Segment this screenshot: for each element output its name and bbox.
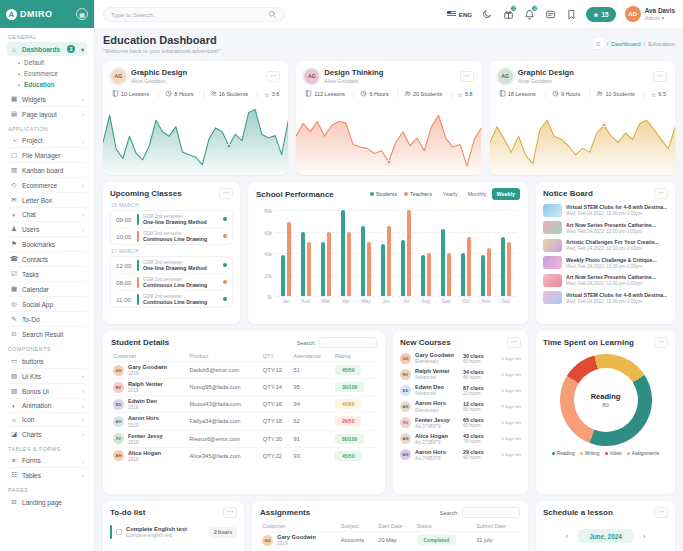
- user-menu[interactable]: AD Ava Davis Admin ▾: [625, 6, 675, 22]
- sidebar-item-kanban-board[interactable]: ▥Kanban board: [7, 162, 87, 177]
- table-row[interactable]: GGGary Goodwin2019Dedoh5@error.comQTY:12…: [111, 362, 377, 379]
- sidebar-item-letter-box[interactable]: ✉Letter Box: [7, 192, 87, 207]
- notifications-button[interactable]: 4: [523, 8, 535, 20]
- table-row[interactable]: FJFenter Jessy2019Rewox6@error.comQTY:20…: [111, 430, 377, 447]
- sidebar-toggle-icon[interactable]: ▦: [76, 8, 88, 20]
- sidebar-item-tables[interactable]: ☷Tables›: [7, 467, 87, 482]
- sidebar-item-charts[interactable]: ◪Charts›: [7, 426, 87, 441]
- assignments-search-input[interactable]: [462, 507, 520, 518]
- sidebar-subitem-ecommerce[interactable]: •Ecommerce: [18, 68, 87, 79]
- rewards-button[interactable]: 2: [502, 8, 514, 20]
- more-options-button[interactable]: ⋯: [460, 71, 474, 82]
- dark-mode-button[interactable]: [481, 8, 493, 20]
- sidebar-item-file-manager[interactable]: ▢File Manager: [7, 147, 87, 162]
- table-row[interactable]: EDEdwin Deo2019Mopot43@fada.comQTY:16944…: [111, 396, 377, 413]
- table-row[interactable]: GGGary Goodwin2019Accounts20 MayComplete…: [260, 532, 520, 549]
- more-options-button[interactable]: ⋯: [223, 507, 237, 518]
- student-details-card: Student Details Search: CustomerProductQ…: [103, 331, 385, 494]
- notice-item[interactable]: Virtual STEM Clubs for 4-8 with Destina.…: [543, 291, 668, 304]
- sidebar-item-ecommerce[interactable]: ◇Ecommerce›: [7, 177, 87, 192]
- legend-item[interactable]: Teachers: [404, 191, 432, 197]
- table-row[interactable]: RVRalph Venter2019Norog95@fada.comQTY:14…: [111, 379, 377, 396]
- home-icon[interactable]: ⌂: [593, 38, 604, 49]
- student-search-input[interactable]: [319, 337, 377, 348]
- sidebar-item-users[interactable]: ♟Users›: [7, 221, 87, 236]
- notice-item[interactable]: Virtual STEM Clubs for 4-8 with Destina.…: [543, 204, 668, 217]
- sidebar-item-to-do[interactable]: ✎To-Do: [7, 311, 87, 326]
- class-name: Continuous Line Drawing: [143, 236, 207, 242]
- sidebar-item-project[interactable]: ◔Project›: [7, 134, 87, 147]
- new-course-item[interactable]: AHAaron HorsArt.743837829 class40 hours5…: [400, 449, 521, 461]
- notice-item[interactable]: Artistic Challenges For Your Creativ...W…: [543, 239, 668, 252]
- new-course-item[interactable]: RVRalph VenterAdvanced34 class45 hours2 …: [400, 368, 521, 380]
- new-course-item[interactable]: GGGary GoodwinElementary30 class60 hours…: [400, 352, 521, 364]
- notice-item[interactable]: Art Now Series Presents Catherine...Wed,…: [543, 274, 668, 287]
- sidebar-item-label: Bookmarks: [22, 241, 55, 248]
- tab-yearly[interactable]: Yearly: [438, 188, 463, 200]
- new-course-item[interactable]: FJFenter JessyArt.374897965 class60 hour…: [400, 417, 521, 429]
- notice-item[interactable]: Art Now Series Presents Catherine...Wed,…: [543, 221, 668, 234]
- more-options-button[interactable]: ⋯: [266, 71, 280, 82]
- more-options-button[interactable]: ⋯: [653, 71, 667, 82]
- more-options-button[interactable]: ⋯: [654, 507, 668, 518]
- search-input[interactable]: [111, 11, 268, 18]
- sidebar-item-contacts[interactable]: ☎Contacts: [7, 251, 87, 266]
- sidebar-item-forms[interactable]: ≡Forms›: [7, 454, 87, 467]
- more-options-button[interactable]: ⋯: [219, 188, 233, 199]
- bar: [387, 226, 391, 296]
- sidebar-item-calendar[interactable]: ▦Calendar: [7, 281, 87, 296]
- apps-button[interactable]: [544, 8, 556, 20]
- sidebar-item-chat[interactable]: ◗Chat›: [7, 207, 87, 221]
- sidebar-item-animation[interactable]: ◐Animation›: [7, 398, 87, 412]
- class-item[interactable]: 10:00GDM 2nd semesterContinuous Line Dra…: [116, 227, 227, 244]
- sidebar-item-bookmarks[interactable]: ⚑Bookmarks: [7, 236, 87, 251]
- sidebar-item-bonus-ui[interactable]: ▨Bonus Ui›: [7, 383, 87, 398]
- language-selector[interactable]: ENG: [447, 11, 472, 18]
- bookmark-button[interactable]: [565, 8, 577, 20]
- points-pill[interactable]: ★ 15: [586, 7, 616, 22]
- new-course-item[interactable]: AHAlice HoganArt.273897943 class78 hours…: [400, 433, 521, 445]
- class-item[interactable]: 09:00GDM 2nd semesterOne-line Drawing Me…: [116, 211, 227, 227]
- more-options-button[interactable]: ⋯: [654, 188, 668, 199]
- tab-monthly[interactable]: Monthly: [463, 188, 492, 200]
- sidebar-item-widgets[interactable]: ▦Widgets›: [7, 92, 87, 106]
- class-item[interactable]: 11:00GDM 2nd semesterContinuous Line Dra…: [116, 290, 227, 307]
- legend-item[interactable]: Students: [370, 191, 397, 197]
- todo-checkbox[interactable]: [116, 529, 122, 535]
- sidebar-item-buttons[interactable]: ▭buttons: [7, 354, 87, 368]
- sidebar-item-icon[interactable]: ☼Icon›: [7, 412, 87, 426]
- next-month-button[interactable]: ›: [643, 532, 646, 541]
- legend-item[interactable]: Video: [605, 451, 622, 456]
- avatar: AH: [113, 416, 124, 427]
- new-course-item[interactable]: EDEdwin DeoAdvanced87 class23 hours4 day…: [400, 384, 521, 396]
- student-year: 2019: [128, 388, 163, 393]
- sidebar-item-ui-kits[interactable]: ▧Ui Kits›: [7, 368, 87, 383]
- class-item[interactable]: 12:00GDM 2nd semesterOne-line Drawing Me…: [116, 257, 227, 273]
- sidebar-subitem-education[interactable]: •Education: [18, 79, 87, 90]
- notice-item[interactable]: Weekly Photo Challenge & Critique...Wed,…: [543, 256, 668, 269]
- new-course-item[interactable]: AHAaron HorsElementary12 class56 hours9 …: [400, 400, 521, 412]
- class-item[interactable]: 08:00GDM 2nd semesterContinuous Line Dra…: [116, 273, 227, 290]
- sidebar-item-landing-page[interactable]: ⊡Landing page: [7, 495, 87, 509]
- more-options-button[interactable]: ⋯: [507, 337, 521, 348]
- sidebar-item-dashboards[interactable]: ⌂Dashboards3▾: [7, 42, 87, 56]
- table-row[interactable]: AHAaron Hors2019Fafiya34@fada.comQTY:186…: [111, 413, 377, 430]
- sidebar-subitem-default[interactable]: •Default: [18, 57, 87, 68]
- current-month-label[interactable]: June, 2024: [578, 529, 633, 543]
- table-row[interactable]: AHAlice Hogan2019Alice345@fada.comQTY:22…: [111, 447, 377, 464]
- more-options-button[interactable]: ⋯: [654, 337, 668, 348]
- global-search[interactable]: [103, 7, 285, 22]
- legend-item[interactable]: Reading: [552, 451, 575, 456]
- prev-month-button[interactable]: ‹: [565, 532, 568, 541]
- sidebar-item-tasks[interactable]: ☑Tasks: [7, 266, 87, 281]
- tab-weekly[interactable]: Weekly: [492, 188, 520, 200]
- course-students: 20 Students: [397, 90, 442, 98]
- legend-item[interactable]: Assignments: [627, 451, 659, 456]
- sidebar-item-social-app[interactable]: ◎Social App: [7, 296, 87, 311]
- table-search: Search:: [440, 507, 520, 518]
- bar: [287, 222, 291, 296]
- breadcrumb-dashboard[interactable]: Dashboard: [611, 41, 640, 47]
- sidebar-item-search-result[interactable]: ⊙Search Result: [7, 326, 87, 341]
- sidebar-item-page-layout[interactable]: ▤Page layout›: [7, 106, 87, 121]
- legend-item[interactable]: Writing: [580, 451, 600, 456]
